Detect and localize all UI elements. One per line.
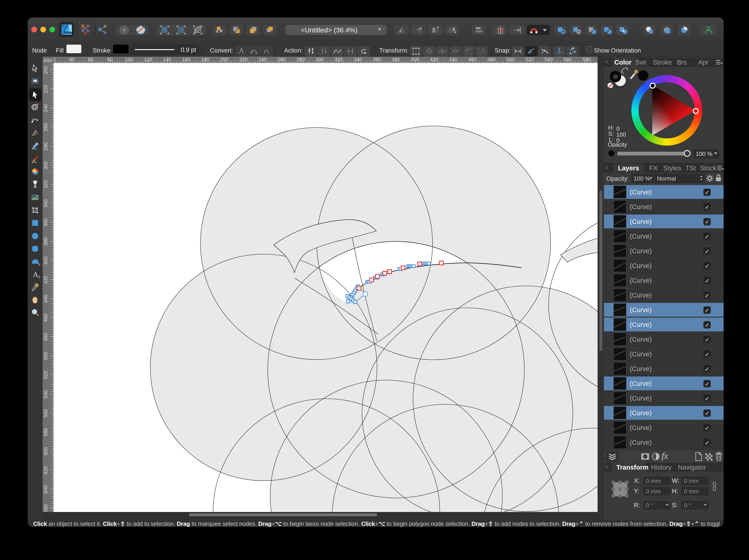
svg-text:A: A (33, 270, 38, 278)
